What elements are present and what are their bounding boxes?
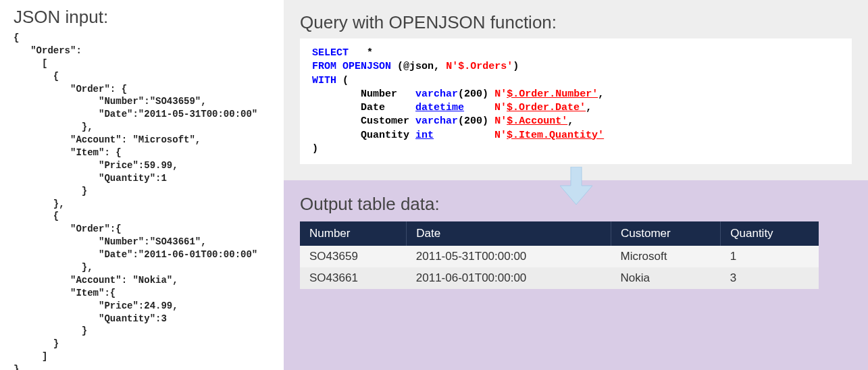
table-cell: 2011-05-31T00:00:00 xyxy=(407,246,611,267)
paren-open: ( xyxy=(397,61,403,72)
kw-with: WITH xyxy=(312,75,336,86)
col1-pp: N' xyxy=(494,88,507,100)
kw-select: SELECT xyxy=(312,47,349,59)
table-header-row: Number Date Customer Quantity xyxy=(300,221,819,246)
table-cell: 3 xyxy=(721,267,819,289)
orders-path: N'$.Orders' xyxy=(446,61,513,72)
comma: , xyxy=(434,61,440,72)
table-cell: SO43659 xyxy=(300,246,407,267)
kw-from: FROM xyxy=(312,61,336,72)
table-cell: SO43661 xyxy=(300,267,407,289)
table-header: Customer xyxy=(611,221,721,246)
col3-type: varchar xyxy=(415,115,458,127)
col4-pp: N' xyxy=(494,130,507,141)
table-header: Number xyxy=(300,221,407,246)
table-cell: 2011-06-01T00:00:00 xyxy=(407,267,611,289)
fn-openjson: OPENJSON xyxy=(342,61,391,72)
right-pane: Query with OPENJSON function: SELECT * F… xyxy=(284,0,868,370)
col4-name: Quantity xyxy=(361,130,409,141)
table-cell: Microsoft xyxy=(611,246,721,267)
paren-close: ) xyxy=(513,61,519,72)
table-header: Quantity xyxy=(721,221,819,246)
col3-pp: N' xyxy=(494,115,507,127)
table-row: SO43661 2011-06-01T00:00:00 Nokia 3 xyxy=(300,267,819,289)
table-cell: Nokia xyxy=(611,267,721,289)
col4-type: int xyxy=(415,130,434,141)
json-input-pane: JSON input: { "Orders": [ { "Order": { "… xyxy=(0,0,284,370)
col4-path: $.Item.Quantity' xyxy=(507,130,604,141)
star: * xyxy=(367,47,373,59)
json-input-code: { "Orders": [ { "Order": { "Number":"SO4… xyxy=(14,32,270,370)
output-pane: Output table data: Number Date Customer … xyxy=(284,180,868,370)
table-row: SO43659 2011-05-31T00:00:00 Microsoft 1 xyxy=(300,246,819,267)
table-header: Date xyxy=(407,221,611,246)
query-pane: Query with OPENJSON function: SELECT * F… xyxy=(284,0,868,180)
col2-type: datetime xyxy=(415,102,464,113)
json-var: @json xyxy=(403,61,434,72)
col1-len: 200 xyxy=(464,88,482,100)
query-title: Query with OPENJSON function: xyxy=(300,12,852,33)
query-code: SELECT * FROM OPENJSON (@json, N'$.Order… xyxy=(300,38,852,164)
json-input-title: JSON input: xyxy=(14,7,270,28)
col1-path: $.Order.Number' xyxy=(507,88,598,100)
col1-type: varchar xyxy=(415,88,458,100)
col2-name: Date xyxy=(361,102,385,113)
col2-path: $.Order.Date' xyxy=(507,102,586,113)
table-cell: 1 xyxy=(721,246,819,267)
arrow-down-icon xyxy=(560,167,592,207)
with-close: ) xyxy=(312,143,318,155)
col3-name: Customer xyxy=(361,115,409,127)
with-open: ( xyxy=(342,75,349,86)
col3-len: 200 xyxy=(464,115,482,127)
output-table: Number Date Customer Quantity SO43659 20… xyxy=(300,221,819,289)
col3-path: $.Account' xyxy=(507,115,567,127)
col1-name: Number xyxy=(361,88,397,100)
col2-pp: N' xyxy=(494,102,507,113)
